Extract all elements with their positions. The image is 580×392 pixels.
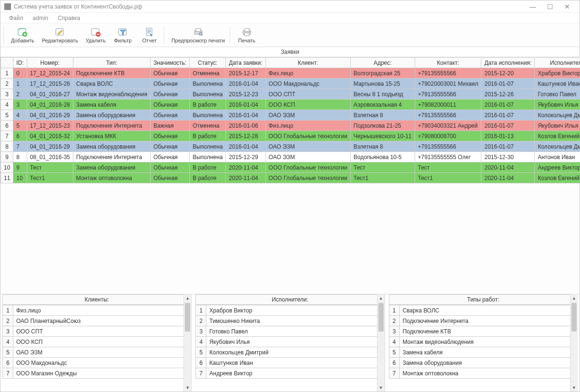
table-cell[interactable]: 2020-11-04 [226, 173, 265, 183]
table-cell[interactable]: Колокольцев Дмитрий [535, 110, 580, 121]
table-cell[interactable]: Отменена [190, 68, 226, 79]
table-cell[interactable]: 2 [13, 89, 27, 100]
table-cell[interactable]: Обычная [150, 173, 189, 183]
table-cell[interactable]: 2015-12-17 [226, 68, 265, 79]
list-item[interactable]: 5Замена кабеля [389, 347, 577, 358]
table-cell[interactable]: 2016-01-06 [226, 121, 265, 131]
edit-button[interactable]: Редактировать [38, 26, 82, 44]
column-header[interactable]: Исполнитель [535, 58, 580, 68]
menu-file[interactable]: Файл [4, 14, 28, 22]
table-cell[interactable]: 6 [13, 131, 27, 141]
table-cell[interactable]: 2015-12-23 [226, 89, 265, 100]
table-row[interactable]: 2117_12_2015-26Сварка ВОЛСОбычнаяВыполне… [1, 79, 580, 89]
table-cell[interactable]: Храбров Виктор [535, 68, 580, 79]
table-cell[interactable]: ООО Глобальные технологии [265, 162, 350, 173]
table-cell[interactable]: 5 [13, 121, 27, 131]
close-button[interactable]: ✕ [559, 1, 576, 12]
workers-scrollbar[interactable]: ▲▼ [377, 294, 385, 392]
table-row[interactable]: 1110Тест1Монтаж оптоволокнаОбычнаяВ рабо… [1, 173, 580, 183]
column-header[interactable]: Контакт: [415, 58, 481, 68]
table-cell[interactable]: ООО СПТ [265, 89, 350, 100]
table-cell[interactable]: Замена оборудования [73, 141, 150, 152]
table-cell[interactable]: Козлов Евгений [535, 173, 580, 183]
list-item[interactable]: 2ОАО ПланетарныйСоюз [3, 316, 191, 326]
table-cell[interactable]: Сварка ВОЛС [73, 79, 150, 89]
column-header[interactable]: Номер: [27, 58, 73, 68]
requests-grid[interactable]: ID:Номер:Тип:Значимость:Статус:Дата заяв… [0, 57, 580, 183]
table-cell[interactable]: 9 [13, 162, 27, 173]
table-cell[interactable]: 2016-01-04 [226, 100, 265, 110]
table-cell[interactable]: Замена кабеля [73, 100, 150, 110]
table-cell[interactable]: Обычная [150, 141, 189, 152]
table-cell[interactable]: Тест1 [27, 173, 73, 183]
minimize-button[interactable]: — [524, 1, 541, 12]
table-cell[interactable]: 2020-11-04 [481, 162, 535, 173]
add-button[interactable]: Добавить [7, 26, 38, 44]
report-button[interactable]: Отчет [136, 26, 163, 44]
list-item[interactable]: 1Сварка ВОЛС [389, 305, 577, 316]
table-cell[interactable]: ОАО ЭЗМ [265, 141, 350, 152]
table-cell[interactable]: Каштунков Иван [535, 79, 580, 89]
table-cell[interactable]: +79135555566 [415, 89, 481, 100]
column-header[interactable]: Адрес: [350, 58, 415, 68]
list-item[interactable]: 7Монтаж оптоволокна [389, 368, 577, 379]
table-cell[interactable]: 4 [13, 110, 27, 121]
clients-list[interactable]: 1Физ.лицо2ОАО ПланетарныйСоюз3ООО СПТ4ОО… [2, 305, 191, 392]
table-cell[interactable]: 2015-12-20 [481, 68, 535, 79]
column-header[interactable]: Статус: [190, 58, 226, 68]
menu-admin[interactable]: admin [28, 14, 53, 22]
table-cell[interactable]: +79080008700 [415, 131, 481, 141]
table-cell[interactable]: 10 [13, 173, 27, 183]
table-cell[interactable]: Монтаж видеонаблюдения [73, 89, 150, 100]
clients-scrollbar[interactable]: ▲▼ [183, 294, 191, 392]
list-item[interactable]: 6Замена оборудования [389, 358, 577, 368]
types-scrollbar[interactable]: ▲▼ [570, 294, 578, 392]
table-row[interactable]: 7604_01_2016-32Установка МККОбычнаяВ раб… [1, 131, 580, 141]
table-row[interactable]: 8704_01_2016-29Замена оборудованияОбычна… [1, 141, 580, 152]
table-cell[interactable]: Обычная [150, 100, 189, 110]
table-cell[interactable]: 04_01_2016-29 [27, 141, 73, 152]
table-cell[interactable]: 2016-01-07 [481, 141, 535, 152]
table-cell[interactable]: Андреев Виктор [535, 162, 580, 173]
table-cell[interactable]: 04_01_2016-29 [27, 110, 73, 121]
list-item[interactable]: 3Подключение КТВ [389, 326, 577, 337]
table-cell[interactable]: Тест [415, 162, 481, 173]
column-header[interactable]: Дата исполнения: [481, 58, 535, 68]
list-item[interactable]: 7ООО Магазин Одежды [3, 368, 191, 379]
table-cell[interactable]: Важная [150, 121, 189, 131]
table-cell[interactable]: 04_01_2016-27 [27, 89, 73, 100]
print-preview-button[interactable]: Предпросмотр печати [168, 26, 229, 44]
table-cell[interactable]: Выполнена [190, 79, 226, 89]
table-cell[interactable]: Подключение Интернета [73, 152, 150, 162]
delete-button[interactable]: Удалить [82, 26, 110, 44]
list-item[interactable]: 3Готовко Павел [196, 326, 384, 337]
table-cell[interactable]: Подключение Интернета [73, 121, 150, 131]
table-cell[interactable]: 17_12_2015-26 [27, 79, 73, 89]
table-cell[interactable]: Подзолкова 21-25 [350, 121, 415, 131]
column-header[interactable]: Тип: [73, 58, 150, 68]
table-cell[interactable]: Обычная [150, 110, 189, 121]
table-cell[interactable]: 04_01_2016-28 [27, 100, 73, 110]
list-item[interactable]: 4Якубович Илья [196, 337, 384, 347]
table-cell[interactable]: 2015-12-29 [226, 152, 265, 162]
table-cell[interactable]: Обычная [150, 68, 189, 79]
table-cell[interactable]: ОАО ЭЗМ [265, 110, 350, 121]
table-cell[interactable]: +79135555566 [415, 68, 481, 79]
list-item[interactable]: 6ООО Макдональдс [3, 358, 191, 368]
table-cell[interactable]: Водопьянова 10-5 [350, 152, 415, 162]
table-cell[interactable]: 2015-12-30 [481, 152, 535, 162]
table-cell[interactable]: +79034003321 Андрей [415, 121, 481, 131]
table-cell[interactable]: +79135555566 [415, 110, 481, 121]
table-cell[interactable]: ООО КСП [265, 100, 350, 110]
table-cell[interactable]: В работе [190, 173, 226, 183]
table-row[interactable]: 3204_01_2016-27Монтаж видеонаблюденияОбы… [1, 89, 580, 100]
table-cell[interactable]: Физ.лицо [265, 68, 350, 79]
table-cell[interactable]: Выполнена [190, 110, 226, 121]
table-cell[interactable]: 2016-01-13 [481, 131, 535, 141]
table-cell[interactable]: 2020-11-04 [226, 162, 265, 173]
table-cell[interactable]: Замена оборудования [73, 110, 150, 121]
table-cell[interactable]: Замена оборудования [73, 162, 150, 173]
table-cell[interactable]: ООО Глобальные технологии [265, 131, 350, 141]
table-cell[interactable]: Обычная [150, 79, 189, 89]
column-header[interactable]: ID: [13, 58, 27, 68]
